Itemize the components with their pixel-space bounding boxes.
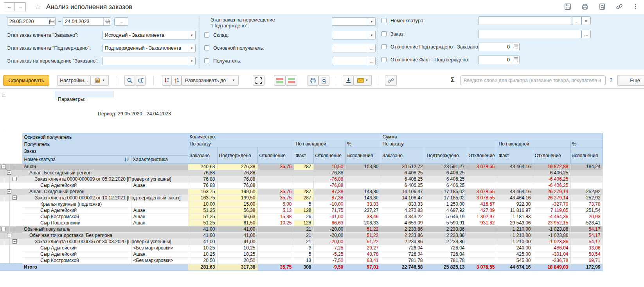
- value-cell[interactable]: [257, 245, 294, 251]
- row-name-cell[interactable]: Обычный покупатель: [22, 226, 188, 233]
- collapse-toggle[interactable]: −: [2, 93, 6, 97]
- forward-button[interactable]: →: [15, 2, 26, 11]
- value-cell[interactable]: -76,88: [313, 176, 345, 183]
- value-cell[interactable]: 252,92: [570, 195, 603, 201]
- value-cell[interactable]: 76,88: [217, 176, 257, 183]
- back-button[interactable]: ←: [4, 2, 15, 11]
- row-name-cell[interactable]: Ашан. Скидочный регион: [22, 189, 188, 195]
- value-cell[interactable]: 54,17: [570, 226, 603, 233]
- value-cell[interactable]: 1 210,00: [497, 233, 533, 239]
- col-header[interactable]: Отклонение: [313, 147, 345, 164]
- collapse-toggle[interactable]: −: [7, 170, 11, 175]
- order-input[interactable]: [479, 30, 581, 38]
- value-cell[interactable]: 66,63: [217, 214, 257, 220]
- value-cell[interactable]: -76,88: [313, 183, 345, 189]
- value-cell[interactable]: 76,88: [188, 176, 217, 183]
- value-cell[interactable]: 3 078,55: [467, 164, 497, 170]
- value-cell[interactable]: 97,01: [345, 264, 381, 271]
- col-header[interactable]: исполнения: [345, 147, 381, 164]
- value-cell[interactable]: 21: [294, 233, 313, 239]
- value-cell[interactable]: 61,50: [217, 220, 257, 226]
- value-cell[interactable]: 26 279,14: [533, 195, 570, 201]
- collapse-toggle[interactable]: −: [2, 227, 6, 231]
- col-header[interactable]: Отклонение: [533, 147, 570, 164]
- value-cell[interactable]: 163,75: [188, 189, 217, 195]
- value-cell[interactable]: [467, 245, 497, 251]
- characteristic-cell[interactable]: [131, 201, 188, 208]
- stage-move-confirmed-select[interactable]: ▾: [332, 17, 376, 26]
- value-cell[interactable]: 73,78: [570, 201, 603, 208]
- value-cell[interactable]: 33,33: [345, 201, 381, 208]
- link-icon[interactable]: [615, 3, 623, 11]
- value-cell[interactable]: 184,24: [570, 164, 603, 170]
- value-cell[interactable]: 251,54: [570, 208, 603, 214]
- value-cell[interactable]: [294, 183, 313, 189]
- value-cell[interactable]: 227,27: [345, 208, 381, 214]
- value-cell[interactable]: 833,33: [381, 201, 425, 208]
- value-cell[interactable]: 5,00: [257, 201, 294, 208]
- value-cell[interactable]: 20 512,72: [381, 164, 425, 170]
- value-cell[interactable]: -236,78: [533, 258, 570, 264]
- value-cell[interactable]: -4 464,36: [533, 214, 570, 220]
- value-cell[interactable]: 17 185,02: [425, 195, 467, 201]
- value-cell[interactable]: [570, 176, 603, 183]
- value-cell[interactable]: 51,25: [188, 208, 217, 214]
- chevron-down-icon[interactable]: ▾: [188, 44, 195, 52]
- chevron-down-icon[interactable]: ▾: [368, 31, 375, 39]
- value-cell[interactable]: [257, 226, 294, 233]
- chevron-down-icon[interactable]: ▾: [368, 18, 375, 25]
- row-name-cell[interactable]: Сыр Адыгейский: [22, 183, 131, 189]
- value-cell[interactable]: 51,25: [188, 214, 217, 220]
- value-cell[interactable]: 56,38: [217, 208, 257, 214]
- stage-confirmed-input[interactable]: [103, 44, 188, 52]
- stage-confirmed-select[interactable]: ▾: [103, 44, 196, 52]
- value-cell[interactable]: -327,70: [533, 201, 570, 208]
- value-cell[interactable]: [257, 233, 294, 239]
- value-cell[interactable]: -20,00: [313, 233, 345, 239]
- value-cell[interactable]: 1 210,00: [497, 226, 533, 233]
- value-cell[interactable]: 6 406,25: [381, 170, 425, 176]
- value-cell[interactable]: 2 233,86: [425, 233, 467, 239]
- value-cell[interactable]: 1 302,97: [467, 214, 497, 220]
- value-cell[interactable]: -6 406,25: [533, 170, 570, 176]
- value-cell[interactable]: 35,75: [257, 164, 294, 170]
- value-cell[interactable]: 41,00: [217, 239, 257, 245]
- preview-button[interactable]: [318, 75, 329, 86]
- col-header[interactable]: Заказано: [381, 147, 425, 164]
- chevron-down-icon[interactable]: ▾: [188, 31, 195, 39]
- save-file-button[interactable]: [343, 75, 354, 86]
- warehouse-input[interactable]: [332, 31, 368, 39]
- value-cell[interactable]: [467, 226, 497, 233]
- characteristic-col-header[interactable]: Характеристика: [131, 156, 188, 164]
- value-cell[interactable]: 726,04: [381, 251, 425, 258]
- value-cell[interactable]: 21: [294, 239, 313, 245]
- value-cell[interactable]: 781,78: [425, 258, 467, 264]
- value-cell[interactable]: 20,50: [217, 258, 257, 264]
- value-cell[interactable]: [345, 170, 381, 176]
- value-cell[interactable]: 7 119,05: [533, 208, 570, 214]
- value-cell[interactable]: 5 590,91: [425, 220, 467, 226]
- row-name-cell[interactable]: Сыр Адыгейский: [22, 208, 131, 214]
- generate-button[interactable]: Сформировать: [3, 75, 49, 86]
- value-cell[interactable]: 41,00: [188, 239, 217, 245]
- value-cell[interactable]: 76,88: [217, 170, 257, 176]
- value-cell[interactable]: 3 078,55: [467, 264, 497, 271]
- row-name-cell[interactable]: Заказ клиента 0000-000009 от 05.02.2020 …: [22, 176, 188, 183]
- value-cell[interactable]: -6 406,25: [533, 176, 570, 183]
- value-cell[interactable]: [570, 183, 603, 189]
- sort-icon[interactable]: [124, 157, 130, 162]
- value-cell[interactable]: 10,25: [188, 251, 217, 258]
- value-cell[interactable]: 76,88: [188, 170, 217, 176]
- value-cell[interactable]: 43 464,16: [497, 195, 533, 201]
- value-cell[interactable]: 922,30: [497, 201, 533, 208]
- value-cell[interactable]: 23 591,27: [425, 164, 467, 170]
- value-cell[interactable]: [497, 183, 533, 189]
- value-cell[interactable]: 2 233,86: [425, 226, 467, 233]
- period-to-input[interactable]: [63, 18, 103, 25]
- value-cell[interactable]: 10,25: [217, 245, 257, 251]
- value-cell[interactable]: 1 250,00: [425, 201, 467, 208]
- value-cell[interactable]: 76,88: [188, 183, 217, 189]
- dev-confirmed-ordered-field[interactable]: [478, 43, 520, 51]
- value-cell[interactable]: 14 106,47: [381, 189, 425, 195]
- main-recipient-field[interactable]: ...: [332, 44, 376, 52]
